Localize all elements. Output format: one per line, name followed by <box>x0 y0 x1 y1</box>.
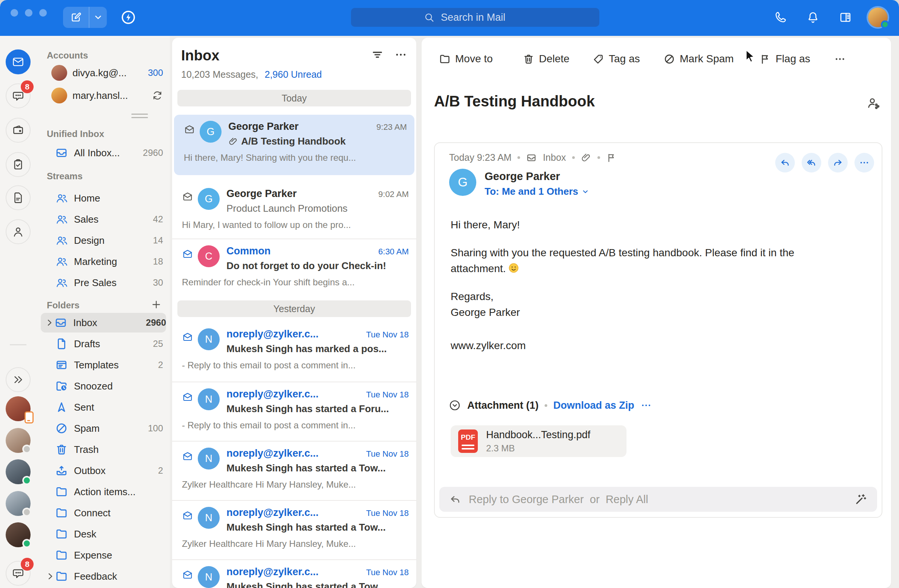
envelope-icon[interactable] <box>182 331 193 343</box>
chevron-right-icon[interactable] <box>45 571 55 581</box>
rail-calendar-button[interactable] <box>6 118 31 143</box>
sidebar-item-all-inbox[interactable]: All Inbox... 2960 <box>47 143 163 163</box>
message-row[interactable]: N noreply@zylker.c... Tue Nov 18 Mukesh … <box>172 559 416 588</box>
drag-handle[interactable] <box>131 114 148 118</box>
sidebar-item-pre-sales[interactable]: Pre Sales 30 <box>47 273 163 293</box>
account-item-divya[interactable]: divya.kg@... 300 <box>47 63 163 83</box>
flag-icon[interactable] <box>606 153 617 163</box>
quick-actions-button[interactable] <box>120 9 137 26</box>
sender-avatar[interactable]: G <box>449 169 476 196</box>
flag-as-button[interactable]: Flag as <box>759 51 810 67</box>
forward-button[interactable] <box>828 153 848 173</box>
envelope-icon[interactable] <box>182 191 193 202</box>
sidebar-item-home[interactable]: Home <box>47 188 163 208</box>
more-message-options-button[interactable] <box>854 153 874 173</box>
attachment-card[interactable]: PDF Handbook...Testing.pdf 2.3 MB <box>451 425 627 457</box>
paperclip-icon <box>581 153 592 163</box>
sidebar-item-marketing[interactable]: Marketing 18 <box>47 252 163 272</box>
messages-count: 10,203 Messages, <box>181 69 258 80</box>
sidebar-item-trash[interactable]: Trash <box>47 440 163 459</box>
avatar: N <box>198 388 220 410</box>
rail-mail-button[interactable] <box>6 49 31 74</box>
envelope-icon[interactable] <box>182 391 193 403</box>
envelope-icon[interactable] <box>184 124 195 135</box>
sidebar-item-connect[interactable]: Connect <box>47 503 163 523</box>
search-icon <box>423 12 435 23</box>
unread-count-link[interactable]: 2,960 Unread <box>264 69 322 80</box>
chevron-right-icon[interactable] <box>45 318 54 327</box>
sidebar-item-action-items[interactable]: Action items... <box>47 482 163 502</box>
notifications-bell-icon[interactable] <box>806 11 820 24</box>
sidebar-item-snoozed[interactable]: Snoozed <box>47 376 163 396</box>
rail-tasks-button[interactable] <box>6 152 31 177</box>
sidebar-item-feedback[interactable]: Feedback <box>47 566 163 586</box>
filter-icon[interactable] <box>371 48 384 61</box>
email-meta-row: Today 9:23 AM Inbox <box>449 152 617 163</box>
message-row[interactable]: N noreply@zylker.c... Tue Nov 18 Mukesh … <box>172 441 416 500</box>
message-preview: Reminder for check-in Your shift begins … <box>182 277 409 288</box>
contact-avatar[interactable] <box>6 491 31 516</box>
reading-pane-layout-icon[interactable] <box>839 11 852 24</box>
search-input[interactable] <box>440 11 527 24</box>
attachment-more-icon[interactable] <box>641 400 652 411</box>
envelope-icon[interactable] <box>182 451 193 462</box>
mark-spam-button[interactable]: Mark Spam <box>664 51 734 67</box>
more-options-icon[interactable] <box>394 48 407 61</box>
contact-avatar[interactable] <box>6 396 31 421</box>
download-as-zip-link[interactable]: Download as Zip <box>553 400 635 411</box>
rail-expand-button[interactable] <box>6 367 31 392</box>
chevron-circle-down-icon[interactable] <box>448 399 461 412</box>
message-row-selected[interactable]: G George Parker 9:23 AM A/B Testing Hand… <box>174 115 414 175</box>
sender-contact-icon[interactable] <box>865 95 880 110</box>
sidebar-item-expense[interactable]: Expense <box>47 545 163 565</box>
delete-button[interactable]: Delete <box>523 51 570 67</box>
window-close-button[interactable] <box>11 9 18 17</box>
message-sender: noreply@zylker.c... <box>226 507 362 519</box>
envelope-icon[interactable] <box>182 510 193 521</box>
quick-reply-bar[interactable]: Reply to George Parker or Reply All <box>439 487 877 512</box>
contact-avatar[interactable] <box>6 459 31 484</box>
phone-icon[interactable] <box>774 11 787 24</box>
compose-split-button <box>63 7 107 28</box>
chat-badge: 8 <box>21 80 34 93</box>
move-to-button[interactable]: Move to <box>439 51 493 67</box>
sidebar-item-inbox[interactable]: Inbox 2960 <box>41 313 166 332</box>
recipients-toggle[interactable]: To: Me and 1 Others <box>485 186 590 198</box>
account-item-mary[interactable]: mary.hansl... <box>47 86 163 105</box>
body-link[interactable]: www.zylker.com <box>451 338 859 353</box>
message-row[interactable]: N noreply@zylker.c... Tue Nov 18 Mukesh … <box>172 500 416 559</box>
reply-button[interactable] <box>775 153 795 173</box>
envelope-icon[interactable] <box>182 569 193 580</box>
sidebar-item-outbox[interactable]: Outbox 2 <box>47 461 163 480</box>
window-minimize-button[interactable] <box>25 9 32 17</box>
search-bar[interactable] <box>351 8 599 27</box>
rail-chat-bottom-button[interactable]: 8 <box>6 561 31 586</box>
sidebar-item-sent[interactable]: Sent <box>47 397 163 417</box>
rail-chat-button[interactable]: 8 <box>6 83 31 108</box>
message-row[interactable]: G George Parker 9:02 AM Product Launch P… <box>172 182 416 239</box>
sidebar-item-drafts[interactable]: Drafts 25 <box>47 334 163 353</box>
reply-all-button[interactable] <box>802 153 821 173</box>
more-actions-button[interactable] <box>834 51 846 67</box>
message-row[interactable]: N noreply@zylker.c... Tue Nov 18 Mukesh … <box>172 322 416 381</box>
refresh-icon[interactable] <box>152 90 163 101</box>
tag-as-button[interactable]: Tag as <box>593 51 640 67</box>
magic-wand-icon[interactable] <box>854 492 867 506</box>
message-row[interactable]: C Common 6:30 AM Do not forget to do you… <box>172 239 416 295</box>
compose-button[interactable] <box>63 11 89 24</box>
sidebar-item-spam[interactable]: Spam 100 <box>47 418 163 438</box>
contact-avatar[interactable] <box>6 522 31 547</box>
window-zoom-button[interactable] <box>39 9 47 17</box>
contact-avatar[interactable] <box>6 428 31 453</box>
envelope-icon[interactable] <box>182 248 193 260</box>
rail-notes-button[interactable] <box>6 185 31 210</box>
message-row[interactable]: N noreply@zylker.c... Tue Nov 18 Mukesh … <box>172 381 416 441</box>
add-folder-icon[interactable] <box>151 299 162 310</box>
sidebar-item-desk[interactable]: Desk <box>47 524 163 544</box>
rail-contacts-button[interactable] <box>6 219 31 244</box>
sidebar-item-templates[interactable]: Templates 2 <box>47 355 163 375</box>
sidebar-item-sales[interactable]: Sales 42 <box>47 210 163 229</box>
compose-dropdown-button[interactable] <box>90 12 107 23</box>
sidebar-item-design[interactable]: Design 14 <box>47 231 163 250</box>
user-avatar[interactable] <box>868 8 888 27</box>
